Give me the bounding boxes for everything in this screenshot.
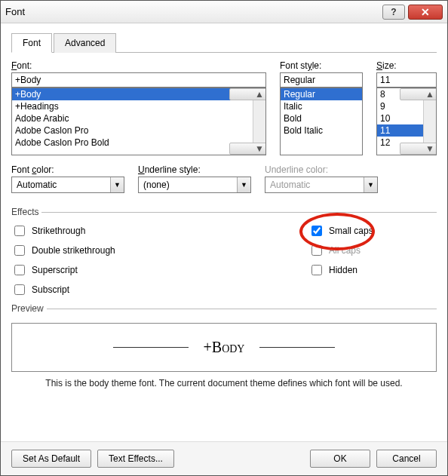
size-input[interactable] [376,72,437,88]
superscript-checkbox[interactable]: Superscript [11,263,308,278]
preview-description: This is the body theme font. The current… [11,378,437,388]
scroll-down-icon[interactable]: ▼ [400,143,437,155]
font-dialog: Font ? ✕ Font Advanced Font: +Body +Head… [0,0,448,476]
preview-line-right [259,347,335,348]
scrollbar[interactable]: ▲ ▼ [253,88,265,155]
preview-fieldset: Preview +Body This is the body theme fon… [11,303,437,388]
understyle-label: Underline style: [138,164,251,175]
preview-text: +Body [204,339,245,356]
font-input[interactable] [11,72,266,88]
allcaps-checkbox[interactable]: All caps [308,243,437,258]
undercolor-label: Underline color: [265,164,378,175]
font-label: Font: [11,60,266,71]
font-listbox[interactable]: +Body +Headings Adobe Arabic Adobe Caslo… [11,88,266,155]
tab-strip: Font Advanced [11,32,437,53]
list-item[interactable]: +Headings [12,100,265,112]
size-label: Size: [376,60,437,71]
font-row: Font: +Body +Headings Adobe Arabic Adobe… [11,60,437,155]
strikethrough-checkbox[interactable]: Strikethrough [11,223,308,238]
style-listbox[interactable]: Regular Italic Bold Bold Italic [280,88,363,155]
font-column: Font: +Body +Headings Adobe Arabic Adobe… [11,60,266,155]
undercolor-combo: Automatic ▼ [265,177,378,193]
titlebar: Font ? ✕ [1,1,447,23]
double-strikethrough-checkbox[interactable]: Double strikethrough [11,243,308,258]
chevron-down-icon: ▼ [364,177,377,192]
list-item[interactable]: Adobe Caslon Pro [12,124,265,137]
scroll-up-icon[interactable]: ▲ [400,88,437,100]
list-item[interactable]: Adobe Caslon Pro Bold [12,137,265,149]
understyle-combo[interactable]: (none) ▼ [138,177,251,193]
color-row: Font color: Automatic ▼ Underline style:… [11,164,437,193]
help-button[interactable]: ? [382,5,405,20]
fontcolor-value: Automatic [12,177,110,192]
preview-legend: Preview [11,303,47,314]
list-item[interactable]: Adobe Arabic [12,112,265,124]
client-area: Font Advanced Font: +Body +Headings Adob… [1,23,447,441]
scrollbar[interactable]: ▲ ▼ [423,88,436,155]
text-effects-button[interactable]: Text Effects... [97,450,174,468]
ok-button[interactable]: OK [310,450,370,468]
style-column: Font style: Regular Italic Bold Bold Ita… [280,60,363,155]
tab-advanced[interactable]: Advanced [54,33,116,53]
fontcolor-combo[interactable]: Automatic ▼ [11,177,124,193]
chevron-down-icon[interactable]: ▼ [237,177,250,192]
size-listbox[interactable]: 8 9 10 11 12 ▲ ▼ [376,88,437,155]
list-item[interactable]: Regular [281,88,362,100]
list-item[interactable]: Bold [281,112,362,124]
button-bar: Set As Default Text Effects... OK Cancel [1,441,447,475]
hidden-checkbox[interactable]: Hidden [308,263,437,278]
list-item[interactable]: Bold Italic [281,124,362,137]
set-default-button[interactable]: Set As Default [11,450,91,468]
fontcolor-label: Font color: [11,164,124,175]
undercolor-column: Underline color: Automatic ▼ [265,164,378,193]
close-button[interactable]: ✕ [408,5,443,20]
size-column: Size: 8 9 10 11 12 ▲ ▼ [376,60,437,155]
smallcaps-checkbox[interactable]: Small caps [308,223,437,238]
tab-font[interactable]: Font [11,33,52,53]
preview-line-left [113,347,189,348]
style-label: Font style: [280,60,363,71]
chevron-down-icon[interactable]: ▼ [110,177,124,192]
undercolor-value: Automatic [265,177,364,192]
scroll-down-icon[interactable]: ▼ [229,143,266,155]
window-title: Font [5,6,379,17]
fontcolor-column: Font color: Automatic ▼ [11,164,124,193]
preview-box: +Body [11,323,437,372]
style-input[interactable] [280,72,363,88]
understyle-value: (none) [139,177,237,192]
effects-legend: Effects [11,207,41,217]
cancel-button[interactable]: Cancel [376,450,437,468]
list-item[interactable]: +Body [12,88,265,100]
understyle-column: Underline style: (none) ▼ [138,164,251,193]
scroll-up-icon[interactable]: ▲ [229,88,266,100]
subscript-checkbox[interactable]: Subscript [11,282,308,297]
effects-fieldset: Effects Strikethrough Double strikethrou… [11,207,437,297]
list-item[interactable]: Italic [281,100,362,112]
